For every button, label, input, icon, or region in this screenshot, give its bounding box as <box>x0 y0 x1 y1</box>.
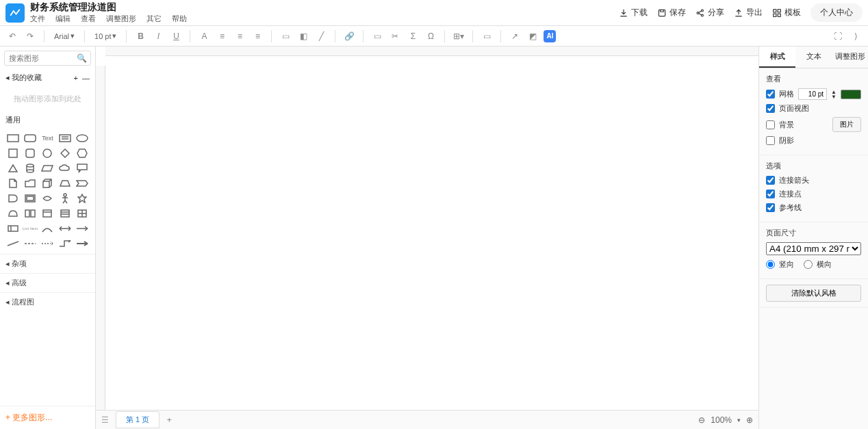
link-button[interactable]: 🔗 <box>342 29 356 43</box>
bold-button[interactable]: B <box>133 29 147 43</box>
section-misc[interactable]: ◂ 杂项 <box>0 254 95 273</box>
bg-checkbox[interactable] <box>766 120 775 129</box>
shape-parallelogram[interactable] <box>39 161 56 176</box>
shape-dashed2[interactable] <box>39 236 56 251</box>
table-button[interactable]: ⊞▾ <box>452 29 465 43</box>
crop-button[interactable]: ✂ <box>388 29 402 43</box>
shadow-checkbox[interactable] <box>766 136 775 145</box>
shape-diamond[interactable] <box>56 146 73 161</box>
shape-actor[interactable] <box>56 191 73 206</box>
section-flowchart[interactable]: ◂ 流程图 <box>0 292 95 311</box>
section-advanced[interactable]: ◂ 高级 <box>0 273 95 292</box>
zoom-in-button[interactable]: ⊕ <box>746 415 753 425</box>
shape-halfcircle[interactable] <box>4 206 21 221</box>
shape-roundrect[interactable] <box>21 131 38 146</box>
undo-button[interactable]: ↶ <box>5 29 19 43</box>
shape-callout[interactable] <box>74 161 91 176</box>
shape-table[interactable] <box>74 206 91 221</box>
menu-view[interactable]: 查看 <box>81 14 96 23</box>
collapse-panel-button[interactable]: ⟩ <box>849 29 863 43</box>
italic-button[interactable]: I <box>151 29 165 43</box>
menu-file[interactable]: 文件 <box>30 14 45 23</box>
panel-tab-adjust[interactable]: 调整图形 <box>832 47 868 68</box>
pagesize-select[interactable]: A4 (210 mm x 297 mm) <box>766 242 861 255</box>
shape-and[interactable] <box>4 191 21 206</box>
more-shapes-button[interactable]: + 更多图形... <box>0 406 95 429</box>
shape-biarrow[interactable] <box>56 221 73 236</box>
zoom-level[interactable]: 100% <box>711 415 732 425</box>
zoom-out-button[interactable]: ⊖ <box>698 415 705 425</box>
shape-connector[interactable] <box>56 236 73 251</box>
align-left-button[interactable]: ≡ <box>215 29 229 43</box>
grid-stepper-icon[interactable]: ▲▼ <box>831 90 837 99</box>
tabs-menu-icon[interactable]: ☰ <box>101 415 109 425</box>
menu-help[interactable]: 帮助 <box>172 14 187 23</box>
font-family-select[interactable]: Arial ▾ <box>51 30 77 42</box>
symbol-button[interactable]: Ω <box>424 29 437 43</box>
panel-tab-text[interactable]: 文本 <box>795 47 832 68</box>
bg-image-button[interactable]: 图片 <box>832 117 861 132</box>
font-size-select[interactable]: 10 pt ▾ <box>92 30 119 42</box>
shape-circle[interactable] <box>39 146 56 161</box>
shape-square[interactable] <box>4 146 21 161</box>
group-button[interactable]: ▭ <box>480 29 494 43</box>
shape-step[interactable] <box>74 176 91 191</box>
share-button[interactable]: 分享 <box>695 7 724 18</box>
menu-edit[interactable]: 编辑 <box>55 14 71 23</box>
shape-rsquare[interactable] <box>21 146 38 161</box>
shape-label[interactable]: List Item <box>21 221 38 236</box>
grid-checkbox[interactable] <box>766 90 775 99</box>
shape-textbox[interactable] <box>56 131 73 146</box>
shape-triangle[interactable] <box>4 161 21 176</box>
point-checkbox[interactable] <box>766 190 775 198</box>
shape-folder[interactable] <box>21 176 38 191</box>
app-logo[interactable] <box>5 3 25 23</box>
underline-button[interactable]: U <box>169 29 183 43</box>
shape-cylinder[interactable] <box>21 161 38 176</box>
formula-button[interactable]: Σ <box>406 29 420 43</box>
download-button[interactable]: 下载 <box>619 7 648 18</box>
style-button[interactable]: ▭ <box>279 29 292 43</box>
document-title[interactable]: 财务系统管理泳道图 <box>30 1 195 12</box>
align-center-button[interactable]: ≡ <box>233 29 246 43</box>
text-color-button[interactable]: A <box>197 29 211 43</box>
shape-or[interactable] <box>39 191 56 206</box>
layer-button[interactable]: ◩ <box>526 29 539 43</box>
shape-star[interactable] <box>74 191 91 206</box>
shape-rect[interactable] <box>4 131 21 146</box>
clear-style-button[interactable]: 清除默认风格 <box>766 285 861 302</box>
template-button[interactable]: 模板 <box>772 7 801 18</box>
grid-size-input[interactable] <box>798 88 827 100</box>
line-button[interactable]: ╱ <box>314 29 328 43</box>
shape-cube[interactable] <box>39 176 56 191</box>
arrow-checkbox[interactable] <box>766 176 775 185</box>
shape-list[interactable] <box>56 206 73 221</box>
favorites-header[interactable]: ◂ 我的收藏+ — <box>0 70 95 86</box>
shape-frame[interactable] <box>21 191 38 206</box>
add-page-button[interactable]: + <box>162 415 176 425</box>
user-center-button[interactable]: 个人中心 <box>810 3 863 22</box>
save-button[interactable]: 保存 <box>657 7 686 18</box>
shape-doc[interactable] <box>4 176 21 191</box>
ai-button[interactable]: AI <box>544 30 556 42</box>
orient-landscape-radio[interactable] <box>804 260 813 269</box>
panel-tab-style[interactable]: 样式 <box>759 47 795 68</box>
shape-hexagon[interactable] <box>74 146 91 161</box>
guide-checkbox[interactable] <box>766 203 775 212</box>
shape-arrowhead[interactable] <box>74 236 91 251</box>
orient-portrait-radio[interactable] <box>766 260 775 269</box>
grid-color-swatch[interactable] <box>841 90 861 99</box>
arrange-button[interactable]: ↗ <box>508 29 522 43</box>
image-button[interactable]: ▭ <box>370 29 384 43</box>
shape-window[interactable] <box>39 206 56 221</box>
fullscreen-button[interactable]: ⛶ <box>831 29 845 43</box>
shape-twobox[interactable] <box>21 206 38 221</box>
menu-other[interactable]: 其它 <box>146 14 162 23</box>
redo-button[interactable]: ↷ <box>23 29 37 43</box>
shape-ellipse[interactable] <box>74 131 91 146</box>
shape-hlist[interactable] <box>4 221 21 236</box>
page-tab-1[interactable]: 第 1 页 <box>116 411 159 428</box>
shape-dashline[interactable] <box>21 236 38 251</box>
shape-trapezoid[interactable] <box>56 176 73 191</box>
shape-curve[interactable] <box>39 221 56 236</box>
